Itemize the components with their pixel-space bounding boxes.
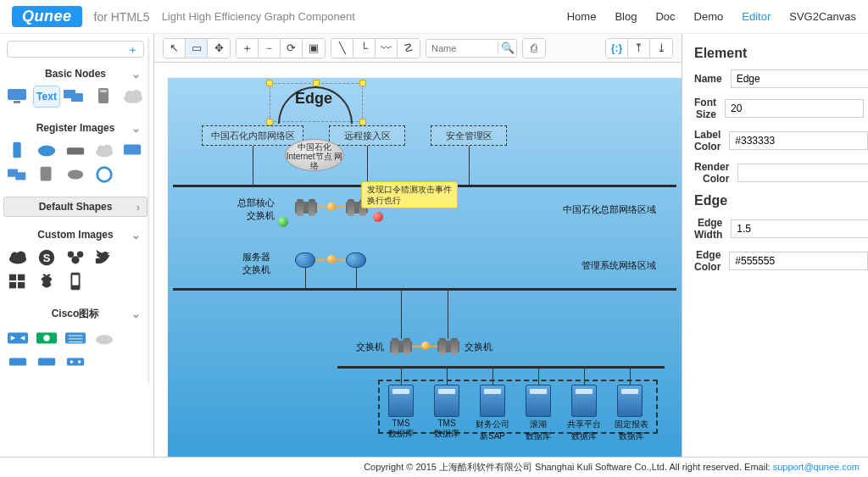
reg-switch-icon[interactable]	[63, 141, 88, 161]
tool-pointer[interactable]: ↖	[164, 39, 186, 58]
server-3[interactable]	[480, 385, 505, 417]
prop-rendercolor-input[interactable]	[737, 164, 868, 182]
zone-security-mgmt[interactable]: 安全管理区	[431, 125, 507, 146]
lower-switch-label-left: 交换机	[356, 341, 384, 353]
add-icon[interactable]: ＋	[127, 44, 138, 55]
custom-twitter-icon[interactable]	[92, 247, 117, 268]
zoom-in-icon: ＋	[242, 42, 253, 53]
zone-internal-net[interactable]: 中国石化内部网络区	[202, 125, 303, 146]
footer-email-link[interactable]: support@qunee.com	[773, 462, 860, 472]
nav-svg2canvas[interactable]: SVG2Canvas	[789, 10, 856, 23]
reg-cloud-icon[interactable]	[92, 141, 117, 161]
custom-apple-icon[interactable]	[34, 271, 59, 291]
canvas-viewport[interactable]: Edge 中国石化内部网络区 远程接入区 安全管理区 中国石化 Intern	[154, 63, 682, 457]
cisco-router-icon[interactable]	[34, 328, 59, 348]
reg-disk-icon[interactable]	[63, 164, 88, 185]
prop-labelcolor-label: Label Color	[694, 129, 721, 153]
tool-pan[interactable]: ✥	[208, 39, 230, 58]
cisco-box1-icon[interactable]	[5, 352, 31, 372]
srv-router-1[interactable]	[295, 252, 315, 268]
node-monitor-icon[interactable]	[5, 86, 31, 107]
tool-zoom-fit[interactable]: ▣	[303, 39, 325, 58]
tool-orthogonal[interactable]: └	[353, 39, 376, 58]
tool-export[interactable]: ⤒	[628, 39, 650, 58]
zone-remote-access[interactable]: 远程接入区	[329, 125, 405, 146]
reg-router-icon[interactable]	[34, 141, 59, 161]
cisco-cloud-icon[interactable]	[92, 328, 117, 348]
server-6[interactable]	[617, 385, 643, 417]
footer-copyright: Copyright © 2015 上海酷利软件有限公司 Shanghai Kul…	[364, 462, 773, 472]
server-4[interactable]	[526, 385, 551, 417]
lower-switch-2[interactable]	[437, 341, 459, 352]
search-button[interactable]: 🔍	[498, 42, 516, 53]
reg-server-icon[interactable]	[5, 141, 31, 161]
tool-curve[interactable]: 〰	[376, 39, 398, 58]
section-basic-nodes[interactable]: Basic Nodes ⌄	[3, 64, 147, 83]
server-2[interactable]	[434, 385, 459, 417]
nav-demo[interactable]: Demo	[694, 10, 724, 23]
section-custom-images[interactable]: Custom Images ⌄	[3, 225, 147, 244]
pointer-icon: ↖	[170, 42, 179, 53]
server-6-label: 固定报表 数据库	[609, 419, 654, 442]
tool-polyline[interactable]: ☡	[398, 39, 420, 58]
svg-rect-18	[41, 167, 52, 181]
prop-edgecolor-input[interactable]	[729, 252, 868, 270]
svg-rect-32	[18, 282, 25, 288]
tool-zoom-reset[interactable]: ⟳	[281, 39, 303, 58]
page-footer: Copyright © 2015 上海酷利软件有限公司 Shanghai Kul…	[0, 457, 868, 477]
prop-rendercolor-label: Render Color	[694, 161, 729, 185]
prop-name-input[interactable]	[731, 69, 868, 88]
reg-pc2-icon[interactable]	[5, 164, 31, 185]
custom-phone-icon[interactable]	[63, 271, 88, 291]
tool-zoom-in[interactable]: ＋	[236, 39, 259, 58]
section-default-shapes[interactable]: Default Shapes ›	[3, 197, 147, 217]
srv-switch-label: 服务器 交换机	[242, 251, 270, 276]
internet-node[interactable]: 中国石化 Internet节点 网络	[285, 139, 344, 171]
section-register-images[interactable]: Register Images ⌄	[3, 119, 147, 137]
tool-zoom-out[interactable]: －	[259, 39, 281, 58]
print-icon: ⎙	[531, 42, 537, 53]
palette-scrollbar[interactable]	[147, 37, 150, 384]
node-cloud-icon[interactable]	[120, 86, 146, 107]
nav-blog[interactable]: Blog	[615, 10, 637, 23]
custom-group-icon[interactable]	[63, 247, 88, 268]
node-text-icon[interactable]: Text	[34, 86, 59, 107]
custom-windows-icon[interactable]	[5, 271, 31, 291]
reg-rack-icon[interactable]	[34, 164, 59, 185]
svg-point-27	[77, 252, 83, 258]
server-5[interactable]	[571, 385, 597, 417]
reg-ring-icon[interactable]	[92, 164, 117, 185]
srv-router-2[interactable]	[346, 252, 366, 268]
nav-doc[interactable]: Doc	[655, 10, 675, 23]
search-input[interactable]	[426, 43, 494, 53]
nav-editor[interactable]: Editor	[742, 10, 771, 23]
section-cisco[interactable]: Cisco图标 ⌄	[3, 303, 147, 324]
prop-labelcolor-input[interactable]	[729, 131, 868, 150]
hq-switch-1[interactable]	[295, 202, 317, 214]
cisco-box2-icon[interactable]	[34, 352, 59, 372]
custom-skype-icon[interactable]: S	[34, 247, 59, 268]
tool-print[interactable]: ⎙	[523, 39, 545, 58]
marquee-icon: ▭	[192, 42, 202, 53]
tool-json[interactable]: {:}	[606, 39, 628, 58]
prop-fontsize-input[interactable]	[725, 99, 864, 118]
tool-import[interactable]: ⤓	[650, 39, 672, 58]
zoom-fit-icon: ▣	[309, 42, 319, 53]
tool-line[interactable]: ╲	[331, 39, 353, 58]
svg-point-23	[16, 252, 25, 261]
tool-marquee[interactable]: ▭	[186, 39, 208, 58]
node-dual-monitor-icon[interactable]	[63, 86, 88, 107]
cisco-firewall-icon[interactable]	[63, 328, 88, 348]
cisco-box3-icon[interactable]	[63, 352, 88, 372]
status-red	[373, 212, 383, 222]
diagram-canvas[interactable]: Edge 中国石化内部网络区 远程接入区 安全管理区 中国石化 Intern	[168, 78, 682, 457]
lower-switch-1[interactable]	[390, 341, 412, 352]
custom-cloud-icon[interactable]	[5, 247, 31, 268]
server-1[interactable]	[388, 385, 414, 417]
nav-home[interactable]: Home	[567, 10, 597, 23]
prop-edgewidth-input[interactable]	[731, 219, 868, 238]
svg-point-43	[70, 360, 74, 363]
reg-pc-icon[interactable]	[120, 141, 146, 161]
cisco-switch-icon[interactable]	[5, 328, 31, 348]
node-server-icon[interactable]	[92, 86, 117, 107]
